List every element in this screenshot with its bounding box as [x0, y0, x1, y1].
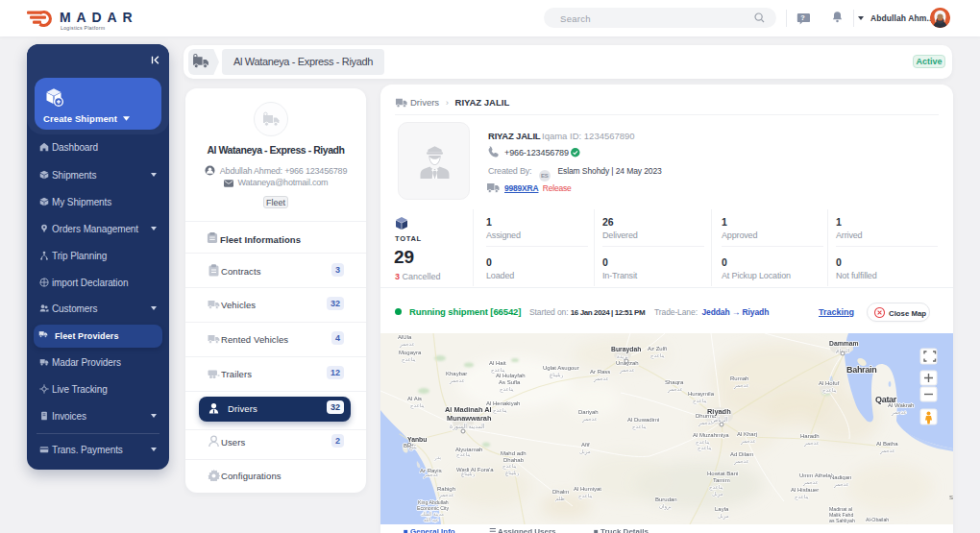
svg-text:Dariyah: Dariyah	[578, 409, 599, 415]
svg-text:Burudan: Burudan	[655, 497, 677, 502]
svg-text:يناعدح: يناعدح	[493, 407, 507, 414]
svg-text:Munawwarah: Munawwarah	[447, 414, 492, 423]
svg-text:Al Madinah Al: Al Madinah Al	[445, 405, 492, 414]
svg-text:Al Hulayfah: Al Hulayfah	[496, 373, 526, 378]
svg-text:Afif: Afif	[581, 442, 590, 448]
svg-text:Khaybar: Khaybar	[446, 371, 467, 376]
svg-text:Huraymila: Huraymila	[688, 391, 715, 397]
svg-text:Howtat Bani: Howtat Bani	[707, 471, 738, 476]
svg-text:عدحمر: عدحمر	[619, 367, 635, 374]
svg-text:يناعدح: يناعدح	[402, 356, 416, 363]
svg-text:عدحمر: عدحمر	[449, 377, 465, 384]
svg-text:يناعدح: يناعدح	[410, 402, 425, 409]
svg-text:As Sufla: As Sufla	[499, 379, 521, 385]
svg-text:Al Hisfauer: Al Hisfauer	[791, 487, 819, 493]
svg-text:عدحمر: عدحمر	[399, 341, 415, 348]
svg-text:?: ?	[800, 13, 805, 22]
svg-text:Mahd adh: Mahd adh	[501, 450, 527, 456]
svg-text:Dammam: Dammam	[829, 340, 859, 347]
svg-text:ربليناع: ربليناع	[461, 471, 476, 477]
svg-text:عدحمر: عدحمر	[581, 416, 598, 423]
svg-text:Al Hait: Al Hait	[489, 360, 506, 366]
svg-text:Al Kharj: Al Kharj	[737, 431, 757, 437]
svg-text:Mogayra: Mogayra	[399, 350, 422, 355]
svg-text:Ad Dilam: Ad Dilam	[730, 451, 753, 457]
svg-text:Riyadh: Riyadh	[707, 407, 731, 416]
svg-text:عدحمر: عدحمر	[438, 492, 454, 498]
svg-text:مربل: مربل	[579, 448, 591, 455]
svg-text:Al Duwadimi: Al Duwadimi	[627, 417, 659, 423]
svg-text:Dhalm: Dhalm	[552, 489, 569, 495]
svg-text:عدحمر: عدحمر	[740, 438, 756, 445]
svg-text:Al-Obailah: Al-Obailah	[866, 517, 889, 522]
svg-text:عدحمر: عدحمر	[423, 472, 439, 478]
svg-text:عدحمر: عدحمر	[593, 376, 609, 382]
svg-text:Az Zulfi: Az Zulfi	[648, 346, 667, 351]
svg-text:Al Humiyat: Al Humiyat	[574, 486, 601, 492]
svg-text:عدحمر: عدحمر	[803, 440, 820, 447]
svg-text:يناعدح: يناعدح	[650, 352, 665, 359]
svg-text:يناعدح: يناعدح	[632, 424, 647, 430]
svg-text:Al Ais: Al Ais	[407, 396, 422, 401]
svg-text:بروان: بروان	[659, 503, 672, 510]
svg-text:يناعدح: يناعدح	[822, 387, 837, 394]
svg-text:المدينة المنورة: المدينة المنورة	[450, 424, 485, 430]
svg-text:Yanbu: Yanbu	[407, 436, 427, 443]
svg-text:عدحمر: عدحمر	[833, 481, 849, 488]
svg-text:Al Muzahmiya: Al Muzahmiya	[693, 432, 729, 438]
svg-text:ربليناع: ربليناع	[505, 470, 520, 476]
svg-text:يناعدح: يناعدح	[698, 445, 712, 451]
svg-text:عدحمر: عدحمر	[667, 386, 683, 393]
svg-text:يناعدح: يناعدح	[578, 493, 593, 499]
svg-text:يناعدح: يناعدح	[502, 463, 517, 470]
svg-text:عبد الله: عبد الله	[424, 517, 439, 522]
svg-text:Qatar: Qatar	[875, 395, 897, 404]
svg-text:يناعدح: يناعدح	[709, 484, 723, 491]
svg-text:عدحمر: عدحمر	[879, 448, 895, 454]
svg-text:Al Hofuf: Al Hofuf	[819, 380, 840, 386]
svg-text:Rumah: Rumah	[730, 376, 748, 381]
svg-text:عدحمر: عدحمر	[733, 458, 749, 465]
svg-text:مربل: مربل	[718, 513, 729, 520]
svg-text:Haradh: Haradh	[800, 433, 820, 439]
svg-text:Uglat Asugour: Uglat Asugour	[543, 365, 579, 371]
svg-text:بدر: بدر	[433, 454, 442, 461]
svg-text:ربليناع: ربليناع	[550, 372, 564, 378]
svg-text:Al Batha: Al Batha	[876, 441, 898, 447]
svg-text:Bahrain: Bahrain	[846, 365, 876, 375]
svg-text:عدحمر: عدحمر	[802, 479, 819, 486]
svg-text:Ar Rass: Ar Rass	[590, 369, 610, 375]
svg-text:Tamim: Tamim	[713, 477, 730, 483]
svg-text:عدحمر: عدحمر	[733, 382, 749, 389]
svg-text:S: S	[949, 495, 953, 500]
svg-text:Layla: Layla	[715, 506, 729, 512]
svg-text:Umm Athelah: Umm Athelah	[799, 472, 834, 478]
svg-text:يناعدح: يناعدح	[795, 494, 809, 500]
svg-text:ظلم: ظلم	[555, 496, 565, 502]
svg-text:عدحمر: عدحمر	[891, 409, 907, 416]
svg-text:Shaqra: Shaqra	[665, 379, 684, 385]
svg-text:Buraydah: Buraydah	[611, 346, 641, 353]
svg-text:AlUla: AlUla	[398, 334, 412, 340]
svg-text:يناعدح: يناعدح	[693, 398, 707, 404]
svg-text:مربل: مربل	[712, 491, 723, 497]
svg-text:الرياض: الرياض	[711, 417, 728, 424]
svg-text:يناعدح: يناعدح	[456, 451, 471, 458]
svg-text:Nadiqan: Nadiqan	[830, 474, 851, 480]
svg-text:يناعدح: يناعدح	[500, 386, 514, 393]
svg-text:as Sahliyah: as Sahliyah	[829, 518, 855, 523]
